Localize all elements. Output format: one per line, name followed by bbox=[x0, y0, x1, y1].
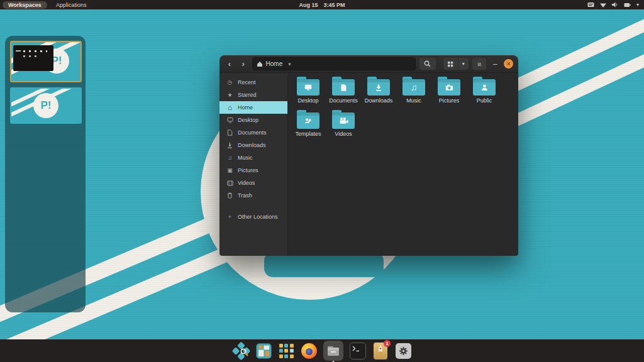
sidebar-item-label: Starred bbox=[238, 92, 257, 98]
star-icon: ★ bbox=[226, 92, 233, 98]
workspaces-menu[interactable]: Workspaces bbox=[3, 1, 47, 9]
folder-icon bbox=[438, 79, 460, 96]
sidebar-item-label: Desktop bbox=[238, 117, 258, 123]
wifi-icon bbox=[600, 3, 606, 8]
dock-pop-shop[interactable]: 1 bbox=[372, 343, 389, 359]
dock-settings[interactable] bbox=[395, 343, 411, 359]
sidebar-item-other-locations[interactable]: + Other Locations bbox=[219, 211, 287, 223]
workspaces-icon bbox=[256, 343, 272, 359]
window-body: ◷ Recent ★ Starred ⌂ Home Desktop bbox=[219, 73, 518, 256]
folder-templates[interactable]: Templates bbox=[291, 109, 326, 142]
desktop-emblem-icon bbox=[297, 79, 319, 96]
folder-icon bbox=[473, 79, 496, 96]
home-icon: ⌂ bbox=[226, 104, 233, 111]
folder-label: Music bbox=[406, 97, 421, 104]
dock-files[interactable] bbox=[323, 341, 343, 361]
path-bar[interactable]: Home ▾ bbox=[252, 57, 416, 70]
chevron-down-icon: ▾ bbox=[636, 2, 639, 8]
mini-window-content bbox=[16, 50, 21, 52]
download-icon bbox=[226, 142, 233, 148]
sidebar-item-pictures[interactable]: ▣ Pictures bbox=[219, 164, 287, 177]
template-emblem-icon bbox=[297, 112, 319, 129]
folder-videos[interactable]: Videos bbox=[326, 109, 361, 142]
folder-label: Templates bbox=[295, 131, 321, 137]
folder-label: Videos bbox=[335, 131, 352, 137]
music-note-icon: ♫ bbox=[226, 155, 233, 161]
files-window: ‹ › Home ▾ ▾ ≡ – × bbox=[219, 55, 518, 256]
search-button[interactable] bbox=[419, 58, 436, 70]
folder-icon bbox=[297, 112, 319, 129]
wallpaper-logo-shape bbox=[264, 252, 384, 277]
time-label: 3:45 PM bbox=[324, 2, 345, 8]
film-icon bbox=[226, 180, 233, 186]
headerbar: ‹ › Home ▾ ▾ ≡ – × bbox=[219, 55, 518, 73]
folder-icon bbox=[367, 79, 390, 96]
mini-window-content bbox=[23, 55, 38, 57]
folder-public[interactable]: Public bbox=[467, 75, 502, 109]
system-tray[interactable]: ▾ bbox=[587, 2, 644, 8]
workspace-switcher-panel: P! P! bbox=[5, 36, 86, 312]
mini-window-content bbox=[23, 50, 47, 52]
magnifier-icon bbox=[240, 348, 248, 359]
sidebar-item-documents[interactable]: Documents bbox=[219, 126, 287, 139]
sidebar-item-recent[interactable]: ◷ Recent bbox=[219, 76, 287, 89]
dock-pop-launcher[interactable] bbox=[233, 343, 249, 359]
file-grid: Desktop Documents bbox=[288, 73, 518, 256]
document-icon bbox=[226, 129, 233, 136]
sidebar-item-desktop[interactable]: Desktop bbox=[219, 114, 287, 126]
folder-label: Downloads bbox=[365, 97, 393, 104]
sidebar-item-label: Downloads bbox=[238, 142, 266, 148]
sidebar-item-videos[interactable]: Videos bbox=[219, 177, 287, 189]
folder-icon bbox=[297, 79, 319, 96]
battery-icon bbox=[624, 3, 631, 8]
terminal-icon bbox=[350, 343, 366, 359]
folder-documents[interactable]: Documents bbox=[326, 75, 361, 109]
pop-shop-icon: 1 bbox=[374, 343, 387, 359]
minimize-button[interactable]: – bbox=[490, 60, 500, 69]
volume-icon bbox=[612, 2, 618, 8]
grid-view-button[interactable] bbox=[443, 58, 458, 70]
forward-button[interactable]: › bbox=[238, 58, 248, 70]
view-options-caret[interactable]: ▾ bbox=[458, 58, 469, 70]
sidebar-item-downloads[interactable]: Downloads bbox=[219, 139, 287, 151]
path-label: Home bbox=[266, 60, 283, 67]
folder-music[interactable]: ♫ Music bbox=[396, 75, 431, 109]
clock-button[interactable]: Aug 15 3:45 PM bbox=[299, 2, 345, 8]
folder-icon: ♫ bbox=[402, 79, 425, 96]
dock-terminal[interactable] bbox=[350, 343, 366, 359]
monitor-icon bbox=[226, 117, 233, 123]
folder-pictures[interactable]: Pictures bbox=[431, 75, 467, 109]
dock-workspaces-overview[interactable] bbox=[255, 343, 272, 359]
folder-icon bbox=[332, 112, 355, 129]
desktop: Workspaces Applications Aug 15 3:45 PM ▾ bbox=[0, 0, 644, 362]
workspace-thumbnail-1[interactable]: P! bbox=[10, 41, 82, 82]
date-label: Aug 15 bbox=[299, 2, 318, 8]
sidebar-item-trash[interactable]: Trash bbox=[219, 189, 287, 202]
sidebar-item-music[interactable]: ♫ Music bbox=[219, 151, 287, 164]
applications-menu[interactable]: Applications bbox=[56, 2, 87, 8]
music-emblem-icon: ♫ bbox=[402, 79, 425, 96]
camera-emblem-icon bbox=[438, 79, 460, 96]
sidebar-item-label: Pictures bbox=[238, 167, 258, 173]
sidebar-item-label: Trash bbox=[238, 192, 252, 199]
dock-app-grid[interactable] bbox=[278, 343, 294, 359]
sidebar-item-label: Home bbox=[238, 104, 253, 111]
close-button[interactable]: × bbox=[504, 59, 513, 69]
path-caret-icon[interactable]: ▾ bbox=[288, 61, 291, 67]
sidebar-item-home[interactable]: ⌂ Home bbox=[219, 101, 287, 114]
back-button[interactable]: ‹ bbox=[225, 58, 235, 70]
sidebar: ◷ Recent ★ Starred ⌂ Home Desktop bbox=[219, 73, 288, 256]
workspace-thumbnail-2[interactable]: P! bbox=[10, 87, 82, 124]
folder-downloads[interactable]: Downloads bbox=[361, 75, 396, 109]
sidebar-item-starred[interactable]: ★ Starred bbox=[219, 89, 287, 101]
folder-label: Documents bbox=[329, 97, 358, 104]
folder-label: Pictures bbox=[439, 97, 460, 104]
view-switcher: ▾ bbox=[443, 58, 469, 70]
download-emblem-icon bbox=[367, 79, 390, 96]
sidebar-item-label: Music bbox=[238, 155, 253, 161]
menu-button[interactable]: ≡ bbox=[472, 58, 487, 70]
plus-icon: + bbox=[226, 214, 233, 220]
sidebar-item-label: Recent bbox=[238, 79, 256, 85]
folder-desktop[interactable]: Desktop bbox=[291, 75, 326, 109]
dock-firefox[interactable] bbox=[301, 343, 317, 359]
